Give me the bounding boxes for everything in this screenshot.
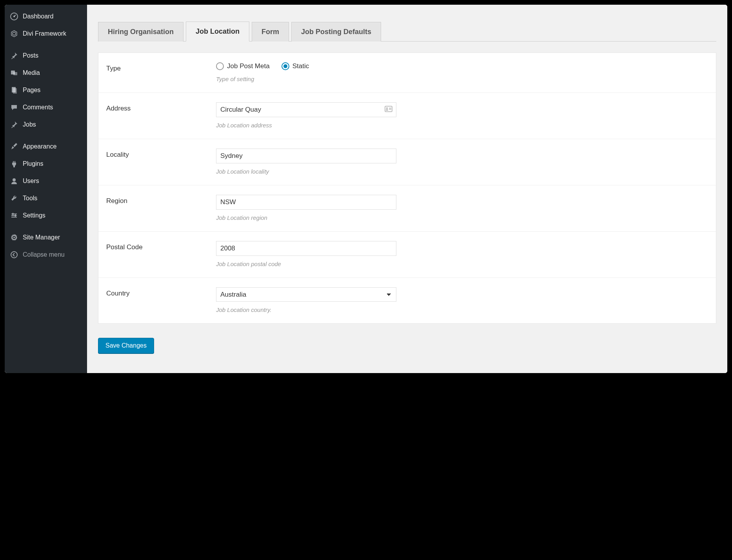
collapse-icon [9, 250, 19, 259]
radio-static[interactable]: Static [282, 62, 309, 70]
svg-rect-5 [13, 72, 17, 75]
sidebar-item-label: Divi Framework [23, 30, 66, 37]
svg-rect-11 [11, 217, 17, 217]
pages-icon [9, 85, 19, 95]
sidebar-item-users[interactable]: Users [5, 172, 87, 190]
country-label: Country [106, 287, 216, 313]
sidebar-item-divi[interactable]: Divi Framework [5, 25, 87, 42]
svg-rect-9 [11, 214, 17, 214]
main-content: Hiring Organisation Job Location Form Jo… [87, 5, 727, 373]
sidebar-item-label: Posts [23, 52, 38, 59]
svg-point-16 [386, 107, 388, 109]
radio-job-post-meta[interactable]: Job Post Meta [216, 62, 270, 70]
sidebar-item-label: Pages [23, 87, 40, 94]
sidebar-item-label: Jobs [23, 121, 36, 128]
sidebar-item-label: Collapse menu [23, 251, 65, 258]
sidebar-item-site-manager[interactable]: Site Manager [5, 229, 87, 246]
sidebar-collapse[interactable]: Collapse menu [5, 246, 87, 263]
sidebar-item-label: Media [23, 69, 40, 76]
contact-card-icon [385, 106, 392, 114]
region-input[interactable] [216, 195, 396, 210]
users-icon [9, 176, 19, 186]
tools-icon [9, 194, 19, 203]
sidebar-item-label: Tools [23, 195, 37, 202]
form-row-locality: Locality Job Location locality [98, 139, 716, 185]
address-label: Address [106, 102, 216, 129]
postal-code-input[interactable] [216, 241, 396, 256]
form-row-region: Region Job Location region [98, 185, 716, 232]
pin-icon [9, 120, 19, 129]
form-row-country: Country Australia Job Location country. [98, 278, 716, 323]
postal-code-label: Postal Code [106, 241, 216, 267]
appearance-icon [9, 142, 19, 151]
sidebar-item-comments[interactable]: Comments [5, 99, 87, 116]
radio-unchecked-icon [216, 62, 224, 70]
tab-form[interactable]: Form [252, 22, 289, 42]
address-input[interactable] [216, 102, 396, 117]
sidebar-item-tools[interactable]: Tools [5, 190, 87, 207]
sidebar-item-settings[interactable]: Settings [5, 207, 87, 224]
svg-rect-10 [11, 215, 17, 216]
type-label: Type [106, 62, 216, 82]
save-changes-button[interactable]: Save Changes [98, 338, 154, 353]
svg-point-8 [13, 178, 16, 181]
svg-rect-13 [15, 214, 16, 217]
svg-point-14 [11, 252, 17, 258]
sidebar-item-label: Settings [23, 212, 45, 219]
region-label: Region [106, 195, 216, 221]
divi-icon [9, 29, 19, 38]
sidebar-item-pages[interactable]: Pages [5, 82, 87, 99]
tab-hiring-organisation[interactable]: Hiring Organisation [98, 22, 183, 42]
country-select[interactable]: Australia [216, 287, 396, 302]
pin-icon [9, 51, 19, 60]
dashboard-icon [9, 12, 19, 21]
address-help: Job Location address [216, 122, 708, 129]
sidebar-item-posts[interactable]: Posts [5, 47, 87, 64]
radio-label: Job Post Meta [227, 62, 270, 70]
svg-point-1 [13, 16, 15, 17]
sidebar-item-label: Plugins [23, 160, 43, 167]
settings-icon [9, 211, 19, 220]
sidebar-item-label: Users [23, 178, 39, 185]
postal-code-help: Job Location postal code [216, 261, 708, 267]
locality-help: Job Location locality [216, 168, 708, 175]
sidebar-item-label: Site Manager [23, 234, 60, 241]
media-icon [9, 68, 19, 78]
locality-input[interactable] [216, 149, 396, 163]
sidebar-item-appearance[interactable]: Appearance [5, 138, 87, 155]
sidebar-item-plugins[interactable]: Plugins [5, 155, 87, 172]
svg-rect-12 [13, 213, 13, 215]
locality-label: Locality [106, 149, 216, 175]
sidebar-item-media[interactable]: Media [5, 64, 87, 82]
form-row-address: Address Job Location address [98, 93, 716, 139]
sidebar-item-jobs[interactable]: Jobs [5, 116, 87, 133]
comments-icon [9, 103, 19, 112]
svg-marker-2 [11, 31, 17, 37]
tab-job-location[interactable]: Job Location [186, 22, 249, 42]
svg-marker-3 [13, 32, 16, 35]
radio-checked-icon [282, 62, 289, 70]
type-help: Type of setting [216, 76, 708, 82]
svg-rect-18 [389, 109, 391, 110]
tabs-row: Hiring Organisation Job Location Form Jo… [98, 21, 716, 42]
sidebar-item-label: Dashboard [23, 13, 53, 20]
sidebar-item-label: Comments [23, 104, 53, 111]
radio-label: Static [292, 62, 309, 70]
svg-rect-17 [389, 108, 391, 109]
tab-job-posting-defaults[interactable]: Job Posting Defaults [291, 22, 381, 42]
svg-rect-7 [13, 88, 17, 94]
gear-icon [9, 233, 19, 242]
plugins-icon [9, 159, 19, 169]
sidebar-item-dashboard[interactable]: Dashboard [5, 8, 87, 25]
admin-sidebar: Dashboard Divi Framework Posts Media Pa [5, 5, 87, 373]
region-help: Job Location region [216, 214, 708, 221]
type-radio-group: Job Post Meta Static [216, 62, 708, 70]
country-help: Job Location country. [216, 306, 708, 313]
form-row-postal-code: Postal Code Job Location postal code [98, 232, 716, 278]
sidebar-item-label: Appearance [23, 143, 56, 150]
form-row-type: Type Job Post Meta Static Type of settin… [98, 53, 716, 93]
form-panel: Type Job Post Meta Static Type of settin… [98, 53, 716, 324]
